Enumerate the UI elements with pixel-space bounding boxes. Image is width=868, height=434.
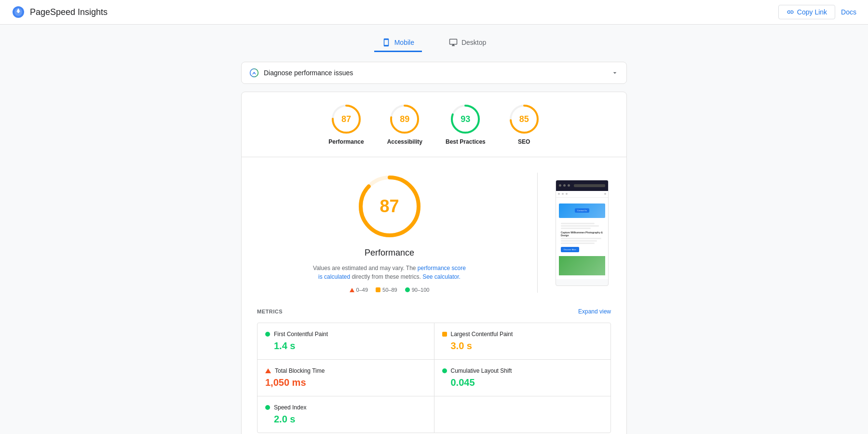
- see-calculator-link[interactable]: See calculator.: [422, 273, 461, 280]
- metric-tbt-name-row: Total Blocking Time: [265, 367, 426, 374]
- metrics-label: METRICS: [257, 309, 283, 314]
- copy-link-button[interactable]: Copy Link: [778, 5, 835, 19]
- metric-fcp-dot: [265, 332, 270, 337]
- metrics-header: METRICS Expand view: [257, 308, 611, 315]
- metric-fcp-name-row: First Contentful Paint: [265, 331, 426, 338]
- screenshot-url-bar: [574, 184, 605, 187]
- svg-point-4: [253, 72, 255, 73]
- description-start: Values are estimated and may vary. The: [313, 265, 418, 271]
- diagnose-bar[interactable]: Diagnose performance issues: [241, 62, 627, 84]
- screenshot-header-bar: [556, 180, 608, 191]
- legend-fail-icon: [350, 288, 354, 292]
- svg-point-2: [17, 11, 19, 13]
- metric-cls-name: Cumulative Layout Shift: [451, 367, 512, 374]
- vertical-divider: [537, 173, 538, 293]
- performance-left: 87 Performance Values are estimated and …: [257, 173, 522, 293]
- main-content: Mobile Desktop Diagnose performance issu…: [145, 25, 723, 434]
- screenshot-nav: [556, 191, 608, 198]
- device-tabs: Mobile Desktop: [156, 34, 712, 52]
- metric-si-name-row: Speed Index: [265, 404, 426, 411]
- copy-link-label: Copy Link: [797, 8, 827, 16]
- screenshot-dot-1: [559, 184, 561, 187]
- legend-average: 50–89: [376, 287, 397, 293]
- screenshot-contact-btn: Contact Us: [575, 208, 589, 213]
- screenshot-text-line-3: [561, 228, 591, 229]
- header-right: Copy Link Docs: [778, 5, 856, 19]
- score-circle-seo: 85: [509, 104, 540, 135]
- metric-si-name: Speed Index: [274, 404, 306, 411]
- screenshot-nav-dot-2: [562, 193, 564, 195]
- screenshot-heading: Capture Willkommen Photography & Design: [561, 231, 603, 237]
- metric-cell-cls: Cumulative Layout Shift 0.045: [434, 360, 611, 396]
- metric-fcp-name: First Contentful Paint: [274, 331, 328, 338]
- metric-si-dot: [265, 405, 270, 410]
- score-card: 87 Performance 89 Accessibility: [241, 92, 627, 434]
- performance-area: 87 Performance Values are estimated and …: [242, 157, 626, 308]
- score-item-accessibility[interactable]: 89 Accessibility: [387, 104, 422, 145]
- tab-mobile-label: Mobile: [394, 39, 414, 46]
- metric-cls-dot: [442, 368, 447, 373]
- gauge-icon: [249, 68, 259, 78]
- score-item-best-practices[interactable]: 93 Best Practices: [446, 104, 486, 145]
- score-value-seo: 85: [519, 114, 529, 124]
- screenshot-bottom-image: [559, 256, 605, 275]
- performance-title: Performance: [365, 248, 414, 258]
- chevron-down-icon: [611, 69, 619, 77]
- mobile-icon: [382, 38, 391, 47]
- score-circle-best-practices: 93: [450, 104, 481, 135]
- screenshot-dot-2: [563, 184, 566, 187]
- screenshot-text-line-1: [561, 223, 595, 224]
- docs-link[interactable]: Docs: [841, 8, 856, 16]
- metric-fcp-value: 1.4 s: [265, 340, 426, 352]
- score-item-performance[interactable]: 87 Performance: [328, 104, 364, 145]
- legend-fail: 0–49: [350, 287, 368, 293]
- screenshot-area: Contact Us Capture Willkommen Photograph…: [553, 173, 611, 293]
- score-circles-row: 87 Performance 89 Accessibility: [242, 92, 626, 157]
- tab-mobile[interactable]: Mobile: [374, 34, 422, 52]
- pagespeed-logo-icon: [12, 5, 25, 19]
- metric-cell-empty: [434, 396, 611, 433]
- metric-lcp-value: 3.0 s: [442, 340, 603, 352]
- screenshot-text-line-5: [561, 240, 597, 242]
- metrics-section: METRICS Expand view First Contentful Pai…: [242, 308, 626, 434]
- screenshot-text-area: Capture Willkommen Photography & Design …: [559, 220, 605, 254]
- metric-cell-lcp: Largest Contentful Paint 3.0 s: [434, 323, 611, 359]
- metric-cell-tbt: Total Blocking Time 1,050 ms: [258, 360, 434, 396]
- link-icon: [787, 8, 794, 16]
- screenshot-preview: Contact Us Capture Willkommen Photograph…: [556, 180, 609, 286]
- metric-cls-name-row: Cumulative Layout Shift: [442, 367, 603, 374]
- legend-fail-range: 0–49: [356, 287, 368, 293]
- score-circle-accessibility: 89: [389, 104, 420, 135]
- screenshot-text-line-6: [561, 243, 595, 244]
- metric-cell-fcp: First Contentful Paint 1.4 s: [258, 323, 434, 359]
- screenshot-nav-dot-3: [566, 193, 568, 195]
- desktop-icon: [449, 38, 458, 47]
- app-title: PageSpeed Insights: [30, 7, 108, 17]
- metric-lcp-dot: [442, 332, 447, 337]
- score-label-best-practices: Best Practices: [446, 138, 486, 145]
- score-item-seo[interactable]: 85 SEO: [509, 104, 540, 145]
- expand-view-button[interactable]: Expand view: [578, 308, 611, 315]
- metric-si-value: 2.0 s: [265, 414, 426, 425]
- tab-desktop[interactable]: Desktop: [441, 34, 494, 52]
- score-label-accessibility: Accessibility: [387, 138, 422, 145]
- legend-pass-icon: [405, 287, 410, 292]
- screenshot-nav-dot-4: [604, 193, 606, 195]
- score-value-best-practices: 93: [461, 114, 470, 124]
- performance-description: Values are estimated and may vary. The p…: [312, 264, 467, 281]
- tab-desktop-label: Desktop: [461, 39, 486, 46]
- metric-cls-value: 0.045: [442, 377, 603, 388]
- score-circle-performance: 87: [331, 104, 362, 135]
- legend-average-range: 50–89: [382, 287, 397, 293]
- metric-tbt-dot: [265, 368, 271, 373]
- score-legend: 0–49 50–89 90–100: [350, 287, 430, 293]
- screenshot-discover-btn: Discover More: [561, 247, 579, 252]
- screenshot-body: Contact Us Capture Willkommen Photograph…: [556, 198, 608, 279]
- metric-tbt-value: 1,050 ms: [265, 377, 426, 388]
- score-value-performance: 87: [341, 114, 351, 124]
- description-end: directly from these metrics.: [350, 273, 421, 280]
- score-label-performance: Performance: [328, 138, 364, 145]
- legend-pass-range: 90–100: [412, 287, 430, 293]
- metric-lcp-name-row: Largest Contentful Paint: [442, 331, 603, 338]
- metric-lcp-name: Largest Contentful Paint: [451, 331, 513, 338]
